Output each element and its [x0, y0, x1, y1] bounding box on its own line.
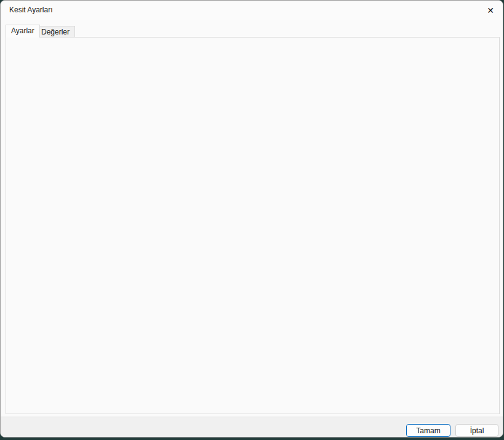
tab-page [6, 37, 500, 414]
ok-button[interactable]: Tamam [406, 424, 450, 437]
footer-bar: Tamam İptal [1, 417, 503, 438]
dialog-kesit-ayarlari: Kesit Ayarları ✕ Ayarlar Değerler Kesit … [0, 0, 503, 438]
window-title: Kesit Ayarları [9, 6, 52, 14]
close-icon[interactable]: ✕ [483, 3, 498, 18]
cancel-button[interactable]: İptal [455, 424, 498, 437]
tab-ayarlar[interactable]: Ayarlar [6, 25, 40, 38]
title-bar: Kesit Ayarları ✕ [1, 1, 503, 20]
tab-degerler[interactable]: Değerler [36, 26, 75, 38]
